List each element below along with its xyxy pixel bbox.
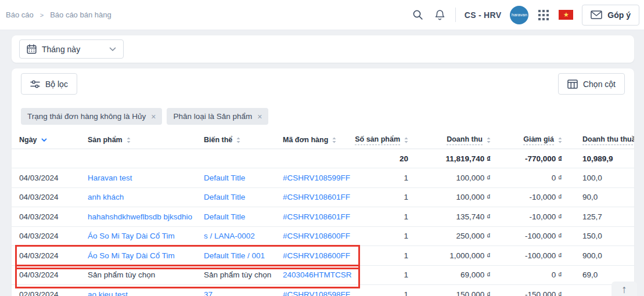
cell-date: 04/03/2024: [12, 270, 88, 279]
variant-link[interactable]: Default Title: [204, 212, 283, 221]
product-link[interactable]: anh khách: [88, 193, 204, 201]
account-label[interactable]: CS - HRV: [465, 10, 502, 20]
order-link[interactable]: #CSHRV108598FF: [283, 290, 358, 296]
search-icon[interactable]: [411, 8, 424, 21]
summary-discount: -770,000 ₫: [491, 154, 562, 163]
chip-close-icon[interactable]: ×: [151, 112, 156, 121]
avatar[interactable]: haravan: [510, 6, 528, 24]
sort-icon: [236, 137, 240, 143]
variant-link[interactable]: Default Title / 001: [204, 251, 283, 260]
table-row: 04/03/2024Áo So Mi Tay Dài Cổ Tims / LAN…: [12, 227, 634, 247]
column-header-variant[interactable]: Biến thể: [204, 136, 283, 144]
column-header-discount[interactable]: Giảm giá: [491, 135, 562, 145]
breadcrumb-separator-icon: >: [40, 12, 44, 19]
cell-revenue: 100,000 ₫: [408, 193, 491, 201]
cell-discount: -10,000 ₫: [491, 193, 562, 201]
page: Báo cáo>Báo cáo bán hàng CS - HRV harava…: [0, 0, 644, 296]
cell-discount: -10,000 ₫: [491, 212, 562, 221]
envelope-icon: [591, 10, 602, 19]
table-row: 04/03/2024Haravan testDefault Title#CSHR…: [12, 168, 634, 188]
calendar-icon: [27, 44, 37, 54]
column-header-qty[interactable]: Số sản phẩm: [358, 135, 408, 145]
order-link[interactable]: #CSHRV108601FF: [283, 193, 358, 201]
cell-revenue: 135,740 ₫: [408, 212, 491, 221]
variant-link[interactable]: Default Title: [204, 193, 283, 201]
sort-icon: [558, 137, 562, 143]
chevron-down-icon: [109, 47, 116, 52]
cell-discount: -150,000 ₫: [491, 290, 562, 296]
product-link[interactable]: hahahshdkhweflbsdb bjksdhio: [88, 212, 204, 221]
table-row: 04/03/2024Sản phẩm tùy chọnSản phẩm tùy …: [12, 266, 634, 286]
table-body: 04/03/2024Haravan testDefault Title#CSHR…: [12, 168, 634, 296]
summary-revenue: 11,819,740 ₫: [408, 154, 491, 163]
filter-tune-icon: [30, 80, 40, 88]
variant-link[interactable]: s / LANA-0002: [204, 232, 283, 240]
cell-revenue: 1,000,000 ₫: [408, 251, 491, 260]
choose-columns-button[interactable]: Chọn cột: [558, 73, 625, 95]
chip-label: Trạng thái đơn hàng không là Hủy: [27, 112, 146, 121]
breadcrumb: Báo cáo>Báo cáo bán hàng: [6, 10, 111, 19]
sort-icon: [332, 137, 336, 143]
chip-close-icon[interactable]: ×: [257, 112, 262, 121]
variant-link[interactable]: Default Title: [204, 174, 283, 182]
cell-discount: -100,000 ₫: [491, 251, 562, 260]
column-header-label: Số sản phẩm: [355, 135, 400, 145]
column-header-label: Biến thể: [204, 136, 232, 144]
cell-net-revenue: 100,0: [562, 174, 634, 182]
summary-net-revenue: 10,989,9: [562, 154, 634, 163]
date-filter-bar: Tháng này: [12, 35, 634, 63]
product-link[interactable]: Haravan test: [88, 174, 204, 182]
table-row: 04/03/2024Áo So Mi Tay Dài Cổ TimDefault…: [12, 246, 634, 266]
cell-quantity: 1: [358, 270, 408, 279]
columns-icon: [567, 80, 578, 89]
product-link[interactable]: Áo So Mi Tay Dài Cổ Tim: [88, 232, 204, 240]
date-range-dropdown[interactable]: Tháng này: [19, 39, 124, 59]
order-link[interactable]: 2403046HTMTCSR: [283, 270, 358, 279]
column-header-label: Doanh thu: [447, 135, 483, 145]
feedback-button[interactable]: Góp ý: [582, 5, 639, 26]
variant-link[interactable]: 37: [204, 290, 283, 296]
filter-button[interactable]: Bộ lọc: [21, 73, 77, 95]
notification-bell-icon[interactable]: [433, 8, 447, 22]
cell-date: 04/03/2024: [12, 251, 88, 260]
column-header-label: Ngày: [19, 136, 37, 144]
cell-date: 04/03/2024: [12, 193, 88, 201]
report-toolbar: Bộ lọc Chọn cột: [12, 73, 634, 95]
order-link[interactable]: #CSHRV108601FF: [283, 212, 358, 221]
table-summary-row: 2011,819,740 ₫-770,000 ₫10,989,9: [12, 149, 634, 168]
cell-date: 04/03/2024: [12, 212, 88, 221]
cell-revenue: 100,000 ₫: [408, 174, 491, 182]
breadcrumb-item-1[interactable]: Báo cáo bán hàng: [50, 10, 111, 19]
cell-date: 04/03/2024: [12, 232, 88, 240]
column-header-date[interactable]: Ngày: [12, 136, 88, 144]
product-link[interactable]: ao kieu test: [88, 290, 204, 296]
cell-discount: -100,000 ₫: [491, 232, 562, 240]
column-header-order[interactable]: Mã đơn hàng: [283, 136, 358, 144]
breadcrumb-item-0[interactable]: Báo cáo: [6, 10, 34, 19]
sort-icon: [404, 137, 408, 143]
table-header-row: NgàySản phẩmBiến thểMã đơn hàngSố sản ph…: [12, 131, 634, 149]
column-header-label: Doanh thu thuầ: [582, 135, 634, 145]
sort-icon: [127, 137, 131, 143]
column-header-net[interactable]: Doanh thu thuầ: [562, 135, 634, 145]
apps-grid-icon[interactable]: [537, 9, 550, 21]
topbar-divider: [455, 8, 456, 22]
order-link[interactable]: #CSHRV108600FF: [283, 251, 358, 260]
date-range-label: Tháng này: [42, 45, 80, 54]
scroll-to-top-button[interactable]: ↑: [611, 281, 637, 296]
cell-quantity: 1: [358, 251, 408, 260]
order-link[interactable]: #CSHRV108600FF: [283, 232, 358, 240]
sort-icon: [487, 137, 491, 143]
column-header-product[interactable]: Sản phẩm: [88, 136, 204, 144]
cell-net-revenue: 150,0: [562, 232, 634, 240]
chip-label: Phân loại là Sản phẩm: [173, 112, 252, 121]
product-link[interactable]: Áo So Mi Tay Dài Cổ Tim: [88, 251, 204, 260]
filter-chip: Trạng thái đơn hàng không là Hủy×: [21, 108, 162, 125]
order-link[interactable]: #CSHRV108599FF: [283, 174, 358, 182]
cell-quantity: 1: [358, 174, 408, 182]
column-header-label: Giảm giá: [523, 135, 554, 145]
column-header-revenue[interactable]: Doanh thu: [408, 135, 491, 145]
cell-discount: 0 ₫: [491, 174, 562, 182]
vietnam-flag-icon[interactable]: ★: [559, 10, 573, 20]
cell-product: Sản phẩm tùy chọn: [88, 270, 204, 279]
